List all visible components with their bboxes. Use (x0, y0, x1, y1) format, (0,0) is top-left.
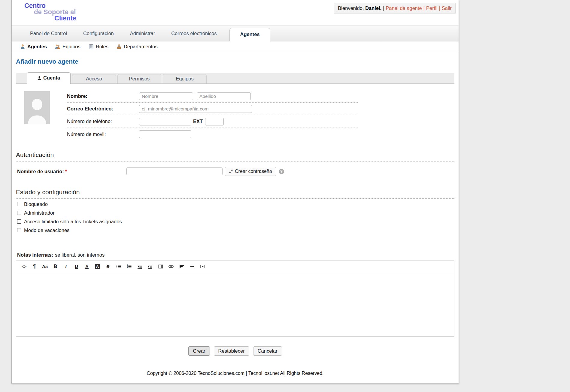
nav-tab-agentes[interactable]: Agentes (229, 28, 270, 41)
italic-icon[interactable]: I (61, 263, 71, 270)
panel-de-agente-link[interactable]: Panel de agente (386, 5, 422, 11)
last-name-input[interactable] (197, 92, 251, 100)
indent-icon[interactable] (145, 263, 155, 270)
phone-input[interactable] (139, 118, 191, 125)
editor-body[interactable] (16, 272, 454, 336)
modo-vacaciones-checkbox[interactable] (17, 228, 21, 232)
restablecer-button[interactable]: Restablecer (214, 346, 249, 356)
email-row: Correo Electrónico: (67, 103, 358, 115)
checkbox-label: Acceso limitado solo a los Tickets asign… (24, 219, 122, 225)
unordered-list-icon[interactable] (113, 263, 124, 270)
checkbox-row: Acceso limitado solo a los Tickets asign… (16, 218, 454, 225)
email-input[interactable] (139, 105, 252, 113)
phone-row: Número de teléfono: EXT (67, 115, 358, 128)
mobile-input[interactable] (139, 130, 191, 138)
username-label: Nombre de usuario:* (17, 169, 126, 174)
acceso-limitado-checkbox[interactable] (17, 219, 21, 224)
subnav-item-equipos[interactable]: Equipos (55, 44, 80, 50)
notes-label: Notas internas: (17, 252, 53, 258)
form-tab-strip: Cuenta Acceso Permisos Equipos (16, 73, 454, 84)
cancelar-button[interactable]: Cancelar (253, 346, 282, 356)
phone-label: Número de teléfono: (67, 119, 139, 124)
video-icon[interactable] (197, 263, 208, 270)
checkbox-label: Administrador (24, 210, 55, 216)
phone-ext-input[interactable] (205, 118, 224, 125)
checkbox-label: Bloqueado (24, 201, 48, 207)
notes-hint: se liberal, son internos (55, 252, 105, 258)
username-text: Daniel. (365, 5, 381, 11)
welcome-text: Bienvenido, (338, 5, 364, 11)
horizontal-rule-icon[interactable] (187, 263, 197, 270)
notes-line: Notas internas:se liberal, son internos (16, 252, 454, 258)
separator: | (439, 5, 440, 11)
help-icon[interactable]: ? (279, 169, 284, 174)
subnav-label: Roles (96, 44, 108, 50)
strikethrough-icon[interactable]: S (103, 263, 113, 270)
tab-equipos[interactable]: Equipos (163, 74, 207, 83)
username-label-text: Nombre de usuario: (17, 169, 64, 174)
refresh-icon (229, 169, 233, 173)
text-color-icon[interactable]: A (82, 263, 92, 270)
font-size-icon[interactable]: Aa (40, 263, 50, 270)
page-title: Añadir nuevo agente (16, 58, 454, 65)
align-icon[interactable] (176, 263, 187, 270)
bloqueado-checkbox[interactable] (17, 202, 21, 206)
generate-password-button[interactable]: Crear contraseña (225, 167, 276, 176)
crear-button[interactable]: Crear (188, 346, 210, 356)
nav-tab-administrar[interactable]: Administrar (122, 31, 163, 41)
nav-tab-correos-electronicos[interactable]: Correos electrónicos (163, 31, 225, 41)
username-row: Nombre de usuario:* Crear contraseña ? (16, 167, 454, 176)
checkbox-row: Bloqueado (16, 201, 454, 207)
subnav-item-departamentos[interactable]: Departamentos (117, 44, 158, 50)
logo-line-3: Cliente (54, 15, 459, 21)
code-icon[interactable]: <> (19, 263, 29, 270)
main-window: Centro de Soporte al Cliente Bienvenido,… (11, 0, 459, 384)
department-icon (117, 44, 122, 49)
auth-section-heading: Autenticación (16, 151, 454, 161)
mobile-label: Número de movil: (67, 131, 139, 137)
perfil-link[interactable]: Perfil (426, 5, 438, 11)
underline-icon[interactable]: U (71, 263, 82, 270)
tab-acceso[interactable]: Acceso (72, 74, 116, 83)
tab-label: Cuenta (43, 75, 60, 81)
link-icon[interactable] (166, 263, 176, 270)
avatar-placeholder (24, 91, 50, 124)
nav-tab-configuracion[interactable]: Configuración (75, 31, 122, 41)
bold-icon[interactable]: B (50, 263, 61, 270)
separator: | (423, 5, 425, 11)
outdent-icon[interactable] (134, 263, 145, 270)
mobile-row: Número de movil: (67, 128, 358, 140)
nav-tab-panel-de-control[interactable]: Panel de Control (22, 31, 75, 41)
username-input[interactable] (126, 167, 223, 175)
editor-toolbar: <> ¶ Aa B I U A A S 123 (16, 261, 454, 272)
copyright-text: Copyright © 2006-2020 TecnoSoluciones.co… (16, 371, 454, 376)
agent-icon (20, 44, 25, 49)
tab-permisos[interactable]: Permisos (117, 74, 161, 83)
table-icon[interactable] (155, 263, 166, 270)
sub-nav: Agentes Equipos Roles Departamentos (12, 41, 459, 52)
generate-password-label: Crear contraseña (235, 169, 272, 174)
svg-text:3: 3 (127, 267, 128, 269)
account-form: Nombre: Correo Electrónico: Número de te… (16, 90, 454, 140)
subnav-item-roles[interactable]: Roles (89, 44, 108, 50)
ordered-list-icon[interactable]: 123 (124, 263, 134, 270)
separator: | (383, 5, 384, 11)
user-icon (37, 76, 41, 80)
administrador-checkbox[interactable] (17, 211, 21, 215)
action-buttons: Crear Restablecer Cancelar (16, 346, 454, 356)
notes-editor: <> ¶ Aa B I U A A S 123 (16, 261, 454, 337)
highlight-glyph: A (95, 264, 100, 269)
paragraph-icon[interactable]: ¶ (29, 263, 40, 270)
content-area: Añadir nuevo agente Cuenta Acceso Permis… (12, 58, 459, 376)
highlight-icon[interactable]: A (92, 263, 103, 270)
header: Centro de Soporte al Cliente Bienvenido,… (12, 0, 459, 25)
subnav-label: Equipos (62, 44, 80, 50)
checkbox-label: Modo de vacaciones (24, 228, 69, 233)
name-label: Nombre: (67, 93, 139, 99)
avatar-column (16, 90, 67, 140)
teams-icon (55, 44, 60, 49)
tab-cuenta[interactable]: Cuenta (27, 72, 71, 84)
first-name-input[interactable] (139, 92, 193, 100)
subnav-item-agentes[interactable]: Agentes (20, 44, 47, 50)
salir-link[interactable]: Salir (442, 5, 452, 11)
